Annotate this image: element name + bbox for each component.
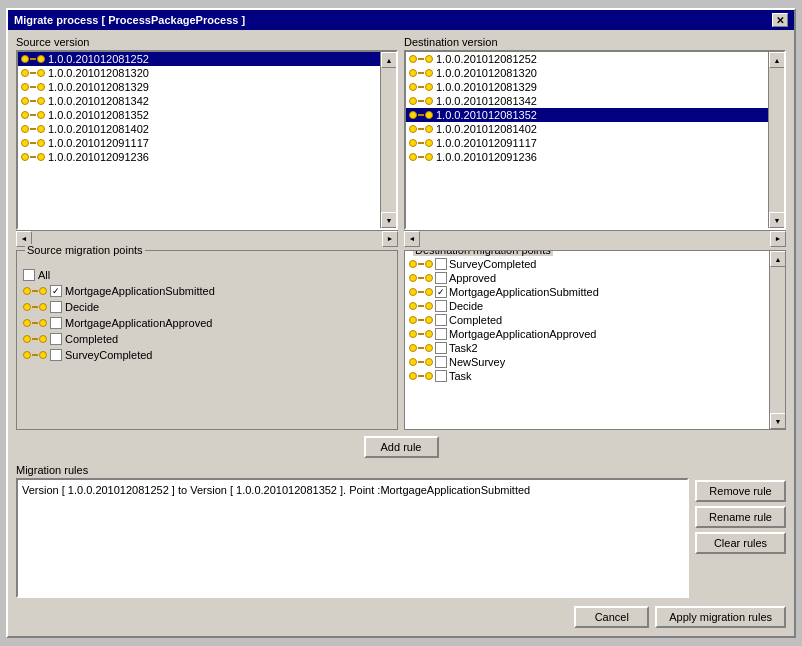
dest-mp-label: MortgageApplicationSubmitted [449,286,599,298]
source-migration-point-item[interactable]: Completed [21,331,393,347]
remove-rule-button[interactable]: Remove rule [695,480,786,502]
node-circle [39,303,47,311]
node-line [30,142,36,144]
rules-buttons: Remove rule Rename rule Clear rules [695,464,786,598]
list-item[interactable]: 1.0.0.201012091117 [18,136,396,150]
migration-rules-panel: Migration rules Version [ 1.0.0.20101208… [16,464,689,598]
migration-rules-box[interactable]: Version [ 1.0.0.201012081252 ] to Versio… [16,478,689,598]
dest-migration-point-item[interactable]: Completed [407,313,783,327]
list-item[interactable]: 1.0.0.201012091236 [406,150,784,164]
list-item[interactable]: 1.0.0.201012081252 [406,52,784,66]
source-migration-point-item[interactable]: SurveyCompleted [21,347,393,363]
list-item[interactable]: 1.0.0.201012081352 [406,108,784,122]
source-migration-point-item[interactable]: All [21,267,393,283]
scroll-down-dmp[interactable]: ▼ [770,413,786,429]
list-item[interactable]: 1.0.0.201012081320 [406,66,784,80]
dialog-title: Migrate process [ ProcessPackageProcess … [14,14,245,26]
list-item[interactable]: 1.0.0.201012081402 [406,122,784,136]
dest-mp-checkbox[interactable] [435,314,447,326]
node-icon [21,97,45,105]
source-mp-checkbox[interactable] [50,285,62,297]
node-line [418,347,424,349]
node-line [418,72,424,74]
dest-migration-point-item[interactable]: NewSurvey [407,355,783,369]
list-item[interactable]: 1.0.0.201012081352 [18,108,396,122]
source-mp-checkbox[interactable] [50,333,62,345]
dest-migration-point-item[interactable]: Approved [407,271,783,285]
dest-mp-label: Task [449,370,472,382]
node-line [418,263,424,265]
node-circle [425,97,433,105]
node-line [418,100,424,102]
scroll-up-dmp[interactable]: ▲ [770,251,786,267]
dest-migration-point-item[interactable]: Task [407,369,783,383]
list-item[interactable]: 1.0.0.201012091117 [406,136,784,150]
dest-mp-checkbox[interactable] [435,370,447,382]
scroll-up-dv[interactable]: ▲ [769,52,785,68]
node-circle [409,358,417,366]
scroll-down-dv[interactable]: ▼ [769,212,785,228]
node-line [418,361,424,363]
source-migration-point-item[interactable]: MortgageApplicationSubmitted [21,283,393,299]
node-circle [409,302,417,310]
node-icon [409,274,433,282]
node-line [418,128,424,130]
list-item[interactable]: 1.0.0.201012091236 [18,150,396,164]
list-item[interactable]: 1.0.0.201012081342 [18,94,396,108]
source-mp-checkbox[interactable] [50,301,62,313]
scroll-right-source[interactable]: ► [382,231,398,247]
node-circle [409,344,417,352]
list-item[interactable]: 1.0.0.201012081342 [406,94,784,108]
node-icon [409,153,433,161]
list-item[interactable]: 1.0.0.201012081329 [406,80,784,94]
dest-mp-checkbox[interactable] [435,272,447,284]
source-mp-label: Decide [65,301,99,313]
add-rule-button[interactable]: Add rule [364,436,439,458]
dest-mp-checkbox[interactable] [435,356,447,368]
node-circle [409,316,417,324]
dest-mp-checkbox[interactable] [435,300,447,312]
node-circle [409,125,417,133]
rename-rule-button[interactable]: Rename rule [695,506,786,528]
node-circle [409,55,417,63]
source-version-listbox[interactable]: 1.0.0.201012081252 1.0.0.201012081320 1.… [16,50,398,230]
list-item[interactable]: 1.0.0.201012081329 [18,80,396,94]
dest-mp-checkbox[interactable] [435,342,447,354]
dest-migration-point-item[interactable]: Decide [407,299,783,313]
list-item[interactable]: 1.0.0.201012081320 [18,66,396,80]
node-circle [425,125,433,133]
source-migration-point-item[interactable]: MortgageApplicationApproved [21,315,393,331]
node-line [30,86,36,88]
node-circle [21,83,29,91]
source-mp-checkbox[interactable] [50,349,62,361]
dest-migration-point-item[interactable]: MortgageApplicationSubmitted [407,285,783,299]
dest-migration-point-item[interactable]: MortgageApplicationApproved [407,327,783,341]
list-item[interactable]: 1.0.0.201012081252 [18,52,396,66]
node-circle [425,316,433,324]
footer-buttons: Cancel Apply migration rules [16,602,786,628]
all-checkbox[interactable] [23,269,35,281]
dest-mp-label: NewSurvey [449,356,505,368]
dest-migration-point-item[interactable]: Task2 [407,341,783,355]
scroll-left-dest[interactable]: ◄ [404,231,420,247]
cancel-button[interactable]: Cancel [574,606,649,628]
list-item[interactable]: 1.0.0.201012081402 [18,122,396,136]
scroll-right-dest[interactable]: ► [770,231,786,247]
node-circle [409,288,417,296]
scroll-down-sv[interactable]: ▼ [381,212,397,228]
node-circle [409,139,417,147]
apply-migration-button[interactable]: Apply migration rules [655,606,786,628]
source-mp-checkbox[interactable] [50,317,62,329]
source-migration-point-item[interactable]: Decide [21,299,393,315]
dest-mp-checkbox[interactable] [435,258,447,270]
source-version-panel: Source version 1.0.0.201012081252 1.0.0.… [16,36,398,246]
destination-version-listbox[interactable]: 1.0.0.201012081252 1.0.0.201012081320 1.… [404,50,786,230]
version-label: 1.0.0.201012081342 [48,95,149,107]
dest-mp-checkbox[interactable] [435,328,447,340]
clear-rules-button[interactable]: Clear rules [695,532,786,554]
dest-mp-checkbox[interactable] [435,286,447,298]
close-button[interactable]: ✕ [772,13,788,27]
node-circle [425,330,433,338]
dest-migration-point-item[interactable]: SurveyCompleted [407,257,783,271]
scroll-up-sv[interactable]: ▲ [381,52,397,68]
